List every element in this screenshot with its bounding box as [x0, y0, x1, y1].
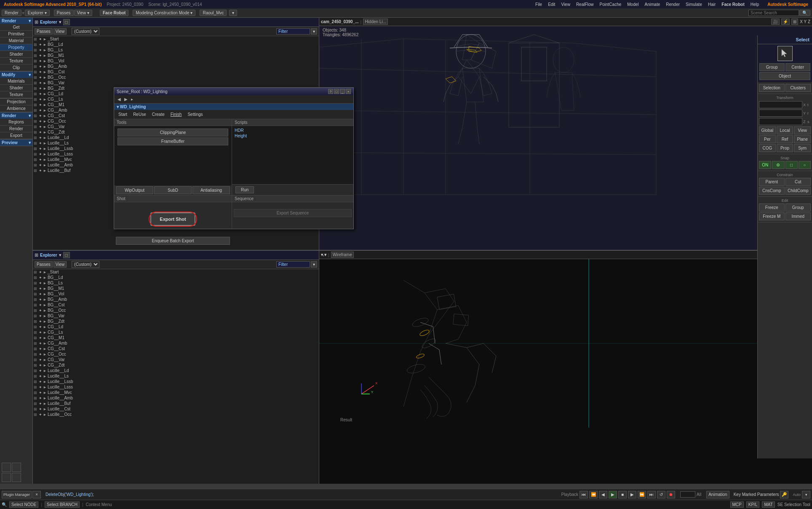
global-btn[interactable]: Global [759, 126, 776, 134]
bottom-explorer-dropdown-icon[interactable]: ▾ [59, 252, 61, 258]
sub-d-btn[interactable]: SubD [154, 186, 192, 194]
menu-reuse[interactable]: ReUse [131, 111, 149, 118]
y-input[interactable] [759, 110, 802, 117]
tree-item[interactable]: ⊞✦►BG__Occ [33, 308, 319, 313]
top-render-btn[interactable]: ⚡ [781, 19, 790, 25]
key-params-btn[interactable]: 🔑 [780, 491, 788, 498]
clipping-plane-btn[interactable]: ClippingPlane [118, 129, 228, 137]
tree-item[interactable]: ⊞✦►BG__Var [33, 80, 319, 86]
preview-header[interactable]: Preview ▾ [0, 139, 32, 146]
shader-btn[interactable]: Shader [0, 51, 32, 58]
tree-item[interactable]: ⊞✦►Lucille__Occ [33, 412, 319, 417]
next-frame-btn[interactable]: ▶ [628, 491, 636, 498]
freeze-m-btn[interactable]: Freeze M [759, 212, 785, 220]
menu-pointcache[interactable]: PointCache [598, 2, 624, 7]
freeze-btn[interactable]: Freeze [759, 204, 785, 212]
modify-texture-btn[interactable]: Texture [0, 91, 32, 98]
export-sequence-btn[interactable]: Export Sequence [234, 209, 352, 217]
tree-item[interactable]: ⊞✦►Lucille__Cst [33, 406, 319, 412]
top-maximize-btn[interactable]: □ [63, 19, 70, 25]
tree-item[interactable]: ⊞✦►Lucille__Lsss [33, 384, 319, 390]
view-btn[interactable]: View ▾ [74, 10, 92, 16]
tree-item[interactable]: ⊞✦►BG__M1 [33, 53, 319, 58]
bottom-maximize-btn[interactable]: □ [63, 252, 70, 258]
tree-item[interactable]: ⊞✦►BG__Cst [33, 69, 319, 75]
script-height[interactable]: Height [234, 133, 352, 139]
tree-item[interactable]: ⊞✦►CG__M1 [33, 335, 319, 340]
tree-item[interactable]: ⊞✦►CG__Zdt [33, 362, 319, 368]
property-btn[interactable]: Property [0, 44, 32, 51]
menu-edit[interactable]: Edit [546, 2, 557, 7]
projection-btn[interactable]: Projection [0, 99, 32, 105]
primitive-btn[interactable]: Primitive [0, 31, 32, 38]
bottom-filter-input[interactable] [276, 261, 310, 268]
modify-header[interactable]: Modify ▾ [0, 72, 32, 78]
auto-btn[interactable]: ▾ [802, 491, 810, 498]
tool-icon-4[interactable] [12, 473, 21, 482]
clip-btn[interactable]: Clip [0, 64, 32, 71]
menu-create[interactable]: Create [150, 111, 167, 118]
cut-btn[interactable]: Cut [785, 178, 811, 186]
top-filter-input[interactable] [276, 28, 310, 35]
view-tab[interactable]: View [53, 28, 67, 35]
tree-item[interactable]: ⊞✦►CG__Occ [33, 351, 319, 357]
tree-item[interactable]: ⊞✦►BG__Amb [33, 297, 319, 302]
snap-on-btn[interactable]: ON [759, 161, 771, 169]
kpl-btn[interactable]: KP/L [746, 501, 760, 508]
menu-animate[interactable]: Animate [643, 2, 662, 7]
current-frame-input[interactable]: 1041 [680, 491, 695, 498]
view-transform-btn[interactable]: View [794, 126, 811, 134]
search-btn[interactable]: 🔍 [799, 10, 810, 16]
tree-item[interactable]: ⊞✦►Lucille__Mvc [33, 390, 319, 395]
top-cam-btn[interactable]: 🎥 [771, 19, 780, 25]
play-btn[interactable]: ▶ [609, 491, 617, 498]
per-btn[interactable]: Per [759, 135, 776, 143]
tool-icon-1[interactable] [2, 463, 11, 472]
tree-item[interactable]: ⊞✦►BG__Amb [33, 64, 319, 69]
menu-view[interactable]: View [559, 2, 572, 7]
texture-btn[interactable]: Texture [0, 58, 32, 64]
menu-render[interactable]: Render [664, 2, 682, 7]
record-btn[interactable]: ⏺ [667, 491, 675, 498]
prev-key-btn[interactable]: ⏪ [589, 491, 598, 498]
render-header[interactable]: Render ▾ [0, 18, 32, 24]
material-btn[interactable]: Material [0, 38, 32, 44]
tree-item[interactable]: ⊞✦►BG__Ld [33, 275, 319, 280]
ambience-btn[interactable]: Ambience [0, 105, 32, 112]
dialog-btn-1[interactable]: ? [328, 89, 333, 94]
export-btn[interactable]: Export [0, 132, 32, 139]
tree-item[interactable]: ⊞✦►_Start [33, 36, 319, 42]
plugin-close-btn[interactable]: × [32, 491, 41, 498]
menu-facerobot[interactable]: Face Robot [719, 2, 746, 7]
object-btn[interactable]: Object [759, 72, 810, 80]
render2-header[interactable]: Render ▾ [0, 113, 32, 119]
center-btn[interactable]: Center [785, 63, 811, 71]
select-branch-btn[interactable]: Select BRANCH [45, 501, 80, 508]
tree-item[interactable]: ⊞✦►BG__Cst [33, 302, 319, 308]
dialog-nav-btn3[interactable]: ▸ [129, 96, 135, 102]
next-key-btn[interactable]: ⏩ [638, 491, 646, 498]
tool-icon-2[interactable] [12, 463, 21, 472]
tree-item[interactable]: ⊞✦►_Start [33, 269, 319, 275]
parent-btn[interactable]: Parent [759, 178, 785, 186]
passes-btn[interactable]: Passes [54, 10, 74, 16]
animation-tab[interactable]: Animation [706, 491, 729, 498]
tree-item[interactable]: ⊞✦►BG__Vol [33, 291, 319, 297]
cog-btn[interactable]: COG [759, 144, 776, 152]
tool-icon-3[interactable] [2, 473, 11, 482]
dialog-btn-3[interactable]: _ [340, 89, 345, 94]
filter-options-btn[interactable]: ▾ [311, 28, 317, 35]
plane-btn[interactable]: Plane [794, 135, 811, 143]
tree-item[interactable]: ⊞✦►BG__Vol [33, 58, 319, 64]
snap-btn3[interactable]: □ [785, 161, 798, 169]
antialiasing-btn[interactable]: Antialiasing [192, 186, 230, 194]
skip-end-btn[interactable]: ⏭ [647, 491, 656, 498]
regions-btn[interactable]: Regions [0, 119, 32, 126]
menu-hair[interactable]: Hair [706, 2, 718, 7]
run-btn[interactable]: Run [235, 186, 254, 193]
script-hdr[interactable]: HDR [234, 128, 352, 133]
bottom-view-tab[interactable]: View [53, 261, 67, 268]
render-mode-btn[interactable]: Render [2, 10, 21, 16]
bottom-viewport-shading[interactable]: Wireframe [331, 252, 354, 258]
tree-item[interactable]: ⊞✦►BG__Ls [33, 280, 319, 286]
